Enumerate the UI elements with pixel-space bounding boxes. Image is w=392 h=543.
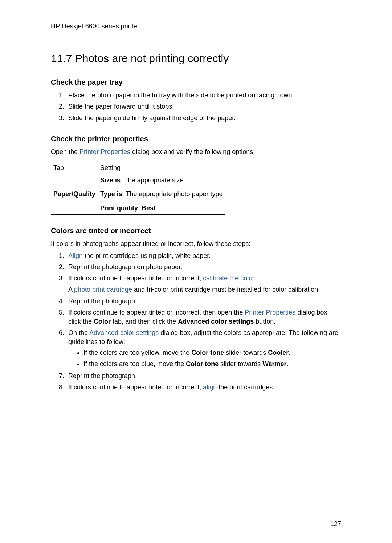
table-header-tab: Tab (51, 162, 98, 174)
page-title: 11.7 Photos are not printing correctly (51, 51, 341, 66)
document-page: HP Deskjet 6600 series printer 11.7 Phot… (0, 0, 392, 543)
list-item: If colors continue to appear tinted or i… (66, 383, 341, 392)
list-item: Reprint the photograph. (66, 372, 341, 381)
advanced-color-settings-link[interactable]: Advanced color settings (89, 329, 159, 336)
subheading-printer-properties: Check the printer properties (51, 134, 341, 144)
list-item: Slide the paper forward until it stops. (66, 102, 341, 111)
table-header-setting: Setting (98, 162, 225, 174)
properties-table: Tab Setting Paper/Quality Size is: The a… (51, 162, 225, 215)
subheading-paper-tray: Check the paper tray (51, 77, 341, 87)
list-item: If the colors are too blue, move the Col… (83, 360, 341, 369)
table-cell-tab: Paper/Quality (51, 174, 98, 215)
align-link[interactable]: align (203, 384, 217, 391)
printer-properties-link[interactable]: Printer Properties (79, 148, 130, 155)
list-item: Slide the paper guide firmly against the… (66, 114, 341, 123)
ordered-list-colors: Align the print cartridges using plain, … (51, 251, 341, 392)
running-header: HP Deskjet 6600 series printer (51, 22, 341, 31)
subheading-colors: Colors are tinted or incorrect (51, 226, 341, 236)
list-item: On the Advanced color settings dialog bo… (66, 328, 341, 369)
bullet-list-guidelines: If the colors are too yellow, move the C… (68, 348, 341, 369)
list-item: If the colors are too yellow, move the C… (83, 348, 341, 357)
ordered-list-paper-tray: Place the photo paper in the In tray wit… (51, 91, 341, 123)
list-item: Reprint the photograph on photo paper. (66, 263, 341, 272)
table-cell-settings: Size is: The appropriate size Type is: T… (98, 174, 225, 215)
list-item: Reprint the photograph. (66, 297, 341, 306)
intro-text: Open the Printer Properties dialog box a… (51, 147, 341, 157)
align-link[interactable]: Align (68, 252, 83, 259)
list-item: If colors continue to appear tinted or i… (66, 308, 341, 326)
calibrate-color-link[interactable]: calibrate the color (203, 275, 254, 282)
list-item: Align the print cartridges using plain, … (66, 251, 341, 260)
list-item: Place the photo paper in the In tray wit… (66, 91, 341, 100)
printer-properties-link[interactable]: Printer Properties (245, 309, 295, 316)
list-item: If colors continue to appear tinted or i… (66, 274, 341, 294)
intro-text-colors: If colors in photographs appear tinted o… (51, 239, 341, 248)
page-number: 127 (330, 519, 341, 528)
photo-print-cartridge-link[interactable]: photo print cartridge (74, 286, 132, 293)
